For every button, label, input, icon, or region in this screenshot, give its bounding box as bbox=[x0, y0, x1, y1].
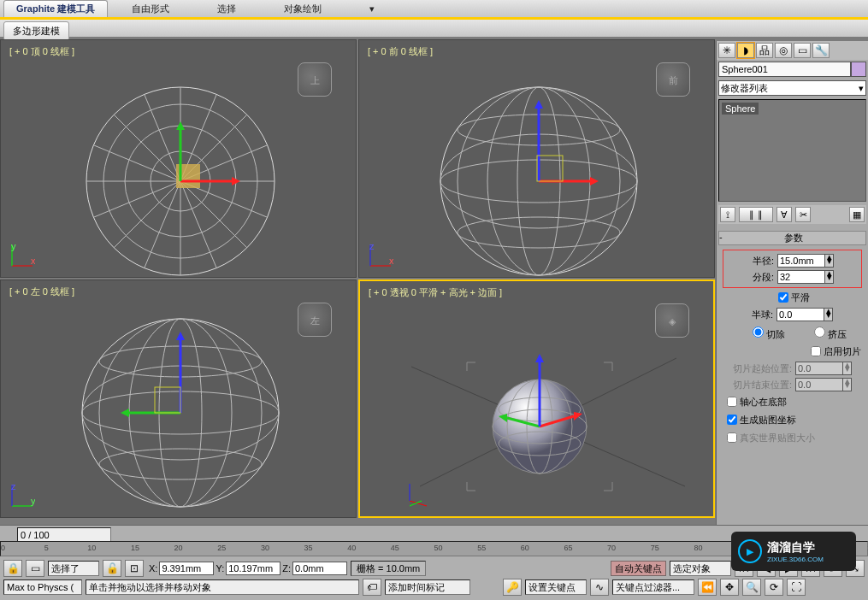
absolute-transform-icon[interactable]: ⊡ bbox=[125, 560, 144, 577]
svg-text:x: x bbox=[389, 256, 393, 266]
selection-set-icon[interactable]: ▭ bbox=[26, 560, 44, 577]
polymodel-tab[interactable]: 多边形建模 bbox=[3, 21, 69, 41]
radius-input[interactable] bbox=[777, 254, 825, 268]
svg-text:y: y bbox=[11, 243, 16, 251]
menu-select[interactable]: 选择 bbox=[193, 3, 260, 15]
time-tag-field[interactable]: 添加时间标记 bbox=[385, 579, 470, 595]
set-key-button[interactable]: 设置关键点 bbox=[525, 579, 587, 595]
key-filter-icon[interactable]: ∿ bbox=[590, 579, 609, 596]
menu-dropdown-icon[interactable]: ▾ bbox=[345, 3, 399, 15]
viewport-perspective[interactable]: [ + 0 透视 0 平滑 + 高光 + 边面 ] ◈ bbox=[358, 279, 715, 518]
svg-rect-50 bbox=[155, 387, 180, 413]
time-tag-icon[interactable]: 🏷 bbox=[363, 579, 381, 596]
viewcube-persp[interactable]: ◈ bbox=[655, 303, 689, 338]
prompt-line: 单击并拖动以选择并移动对象 bbox=[86, 579, 359, 595]
brand-play-icon: ▶ bbox=[738, 539, 762, 563]
menu-free-form[interactable]: 自由形式 bbox=[108, 3, 193, 15]
graphite-tab[interactable]: Graphite 建模工具 bbox=[3, 0, 108, 17]
viewport-left[interactable]: [ + 0 左 0 线框 ] 左 yz bbox=[0, 279, 357, 518]
y-label: Y: bbox=[214, 563, 226, 574]
svg-marker-68 bbox=[535, 354, 544, 362]
chop-radio[interactable] bbox=[753, 326, 764, 338]
modifier-item-sphere[interactable]: Sphere bbox=[722, 103, 759, 115]
timeline-tick: 45 bbox=[391, 544, 399, 552]
nav-pan-icon[interactable]: ✥ bbox=[720, 579, 739, 596]
utilities-tab-icon[interactable]: 🔧 bbox=[812, 43, 830, 58]
selection-lock-icon[interactable]: 🔒 bbox=[3, 560, 22, 577]
viewport-top[interactable]: [ + 0 顶 0 线框 ] 上 xy bbox=[0, 39, 357, 278]
svg-rect-33 bbox=[537, 156, 563, 181]
base-pivot-label: 轴心在底部 bbox=[740, 396, 787, 409]
viewcube-top[interactable]: 上 bbox=[298, 62, 332, 97]
viewcube-front[interactable]: 前 bbox=[656, 62, 690, 97]
base-pivot-checkbox[interactable] bbox=[727, 397, 737, 407]
axis-indicator-top: xy bbox=[9, 243, 35, 268]
hemisphere-spinner[interactable]: ▴▾ bbox=[824, 308, 833, 321]
svg-text:z: z bbox=[369, 243, 375, 251]
key-mode-icon[interactable]: 🔑 bbox=[503, 579, 522, 596]
segments-input[interactable] bbox=[777, 270, 825, 284]
script-listener[interactable]: Max to Physcs ( bbox=[3, 579, 82, 595]
segments-spinner[interactable]: ▴▾ bbox=[825, 270, 834, 284]
viewport-persp-label: [ + 0 透视 0 平滑 + 高光 + 边面 ] bbox=[369, 286, 502, 299]
lock-transform-icon[interactable]: 🔓 bbox=[103, 560, 121, 577]
smooth-checkbox[interactable] bbox=[778, 292, 788, 303]
params-highlighted: 半径: ▴▾ 分段: ▴▾ bbox=[723, 250, 861, 287]
key-filter-button[interactable]: 关键点过滤器... bbox=[612, 579, 694, 595]
axis-indicator-left: yz bbox=[9, 483, 35, 509]
timeline-tick: 65 bbox=[564, 544, 572, 552]
create-tab-icon[interactable]: ✳ bbox=[718, 43, 735, 58]
real-world-checkbox[interactable] bbox=[727, 432, 737, 443]
axis-indicator-persp bbox=[403, 482, 428, 508]
modify-tab-icon[interactable]: ◗ bbox=[737, 43, 754, 58]
modifier-stack[interactable]: Sphere bbox=[718, 99, 866, 202]
pin-stack-icon[interactable]: ⟟ bbox=[720, 207, 735, 222]
radius-spinner[interactable]: ▴▾ bbox=[825, 254, 834, 268]
viewcube-left[interactable]: 左 bbox=[298, 303, 332, 337]
display-tab-icon[interactable]: ▭ bbox=[794, 43, 811, 58]
x-input[interactable] bbox=[159, 562, 214, 575]
squash-radio[interactable] bbox=[814, 326, 825, 338]
configure-sets-icon[interactable]: ▦ bbox=[849, 207, 865, 222]
svg-text:z: z bbox=[11, 483, 16, 491]
modifier-list-combo[interactable]: 修改器列表▾ bbox=[718, 80, 866, 96]
z-input[interactable] bbox=[292, 562, 347, 575]
timeline-tick: 30 bbox=[261, 544, 269, 552]
timeline-tick: 35 bbox=[304, 544, 313, 552]
segments-label: 分段: bbox=[724, 271, 774, 284]
goto-start-icon[interactable]: ⏪ bbox=[698, 579, 717, 596]
make-unique-icon[interactable]: ∀ bbox=[776, 207, 792, 222]
nav-max-icon[interactable]: ⛶ bbox=[787, 579, 806, 596]
object-name-input[interactable] bbox=[718, 62, 851, 77]
remove-modifier-icon[interactable]: ✂ bbox=[795, 207, 811, 222]
hierarchy-tab-icon[interactable]: 品 bbox=[756, 43, 773, 58]
viewport-front-label: [ + 0 前 0 线框 ] bbox=[368, 45, 433, 58]
svg-point-42 bbox=[99, 449, 262, 479]
bottom-bar: 0 / 100 05101520253035404550556065707580… bbox=[0, 525, 868, 600]
ribbon-subbar: 多边形建模 bbox=[0, 20, 868, 37]
watermark-brand: ▶ 溜溜自学 ZIXUE.3D66.COM bbox=[731, 532, 856, 571]
slice-to-label: 切片结束位置: bbox=[723, 379, 792, 391]
menu-object-paint[interactable]: 对象绘制 bbox=[260, 3, 345, 15]
key-target-combo[interactable]: 选定对象 bbox=[670, 561, 731, 576]
gen-uv-checkbox[interactable] bbox=[727, 415, 737, 425]
nav-orbit-icon[interactable]: ⟳ bbox=[765, 579, 783, 596]
timeline-tick: 20 bbox=[174, 544, 183, 552]
timeline-tick: 40 bbox=[347, 544, 356, 552]
params-rollout-title[interactable]: -参数 bbox=[718, 231, 866, 245]
object-color-swatch[interactable] bbox=[851, 62, 866, 77]
selected-count: 选择了 bbox=[48, 561, 99, 576]
timeline-tick: 10 bbox=[87, 544, 96, 552]
slice-on-checkbox[interactable] bbox=[811, 346, 821, 356]
nav-zoom-icon[interactable]: 🔍 bbox=[742, 579, 761, 596]
show-end-result-icon[interactable]: ∥ ∥ bbox=[739, 207, 773, 222]
hemisphere-input[interactable] bbox=[776, 308, 824, 321]
timeline-tick: 60 bbox=[521, 544, 529, 552]
slice-to-spinner: ▴▾ bbox=[843, 378, 852, 391]
viewport-top-label: [ + 0 顶 0 线框 ] bbox=[9, 45, 74, 58]
viewport-front[interactable]: [ + 0 前 0 线框 ] 前 xz bbox=[358, 39, 715, 278]
auto-key-button[interactable]: 自动关键点 bbox=[611, 561, 666, 576]
y-input[interactable] bbox=[226, 562, 280, 575]
motion-tab-icon[interactable]: ◎ bbox=[775, 43, 792, 58]
slice-from-spinner: ▴▾ bbox=[843, 362, 852, 375]
